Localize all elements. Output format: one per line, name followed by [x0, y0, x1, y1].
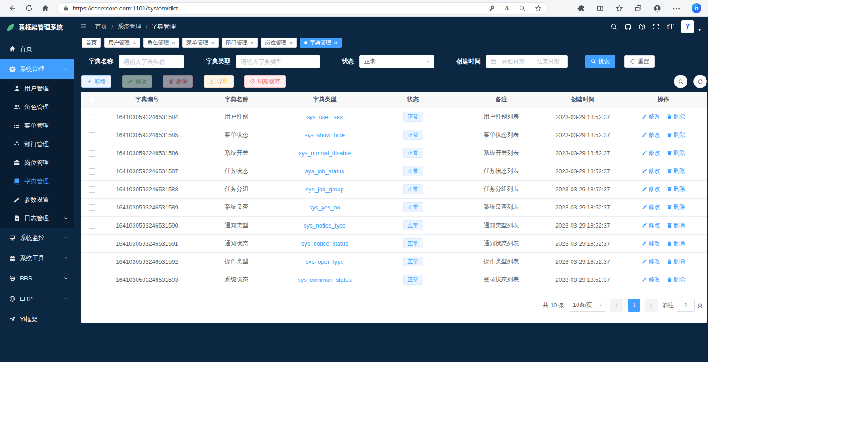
hamburger-icon[interactable] [80, 23, 87, 31]
sidebar-item-system[interactable]: 系统管理 [0, 59, 74, 79]
tab-dept[interactable]: 部门管理× [222, 38, 258, 48]
toggle-search-button[interactable] [674, 75, 687, 88]
edit-link[interactable]: 修改 [642, 203, 660, 211]
row-checkbox[interactable] [89, 132, 95, 138]
delete-button[interactable]: 删除 [163, 75, 193, 88]
zoom-out-icon[interactable] [519, 5, 525, 12]
reload-button[interactable] [21, 1, 37, 15]
lock-icon[interactable] [63, 5, 69, 11]
sidebar-item-yiframe[interactable]: Yi框架 [0, 309, 74, 329]
add-button[interactable]: 新增 [81, 75, 111, 88]
dict-type-link[interactable]: sys_normal_disable [299, 150, 351, 157]
sidebar-item-post[interactable]: 岗位管理 [0, 153, 74, 172]
address-bar[interactable]: https://ccnetcore.com:1101/system/dict A [57, 2, 548, 14]
delete-link[interactable]: 删除 [667, 257, 685, 266]
current-page-button[interactable]: 1 [628, 299, 640, 312]
delete-link[interactable]: 删除 [667, 276, 685, 284]
sidebar-item-log[interactable]: 日志管理 [0, 209, 74, 228]
edit-link[interactable]: 修改 [642, 149, 660, 157]
delete-link[interactable]: 删除 [667, 149, 685, 157]
close-icon[interactable]: × [289, 39, 293, 46]
sidebar-item-menu[interactable]: 菜单管理 [0, 116, 74, 135]
dict-type-link[interactable]: sys_notice_status [301, 240, 348, 247]
sidebar-item-dict[interactable]: 字典管理 [0, 172, 74, 190]
next-page-button[interactable]: › [645, 299, 658, 312]
help-icon[interactable] [639, 23, 646, 30]
row-checkbox[interactable] [89, 168, 95, 175]
edit-link[interactable]: 修改 [642, 113, 660, 121]
github-icon[interactable] [625, 23, 632, 30]
row-checkbox[interactable] [89, 241, 95, 247]
sidebar-item-role[interactable]: 角色管理 [0, 98, 74, 116]
delete-link[interactable]: 删除 [667, 185, 685, 193]
dict-type-link[interactable]: sys_notice_type [304, 222, 346, 229]
dict-name-input[interactable] [119, 55, 184, 68]
edit-link[interactable]: 修改 [642, 257, 660, 266]
delete-link[interactable]: 删除 [667, 167, 685, 175]
row-checkbox[interactable] [89, 114, 95, 120]
tab-user[interactable]: 用户管理× [104, 38, 140, 48]
sidebar-item-dept[interactable]: 部门管理 [0, 135, 74, 153]
select-all-checkbox[interactable] [89, 97, 95, 103]
row-checkbox[interactable] [89, 277, 95, 283]
tab-dict[interactable]: 字典管理× [300, 38, 342, 48]
tab-post[interactable]: 岗位管理× [261, 38, 297, 48]
breadcrumb-item[interactable]: 首页 [95, 23, 107, 31]
extensions-icon[interactable] [577, 5, 585, 12]
font-size-icon[interactable]: tT [667, 23, 674, 30]
search-button[interactable]: 搜索 [585, 55, 615, 68]
status-select[interactable]: 正常 [359, 55, 434, 68]
date-range-input[interactable]: 开始日期 - 结束日期 [486, 55, 568, 68]
sidebar-item-bbs[interactable]: BBS [0, 268, 74, 289]
key-icon[interactable] [488, 5, 495, 12]
edit-link[interactable]: 修改 [642, 221, 660, 229]
row-checkbox[interactable] [89, 223, 95, 229]
edit-link[interactable]: 修改 [642, 185, 660, 193]
dict-type-link[interactable]: sys_oper_type [305, 258, 344, 265]
url-text[interactable]: https://ccnetcore.com:1101/system/dict [73, 5, 484, 12]
sidebar-item-monitor[interactable]: 系统监控 [0, 228, 74, 248]
delete-link[interactable]: 删除 [667, 131, 685, 139]
delete-link[interactable]: 删除 [667, 239, 685, 247]
dict-type-link[interactable]: sys_yes_no [309, 204, 340, 211]
prev-page-button[interactable]: ‹ [610, 299, 623, 312]
edit-link[interactable]: 修改 [642, 276, 660, 284]
add-favorite-icon[interactable] [535, 5, 542, 12]
delete-link[interactable]: 删除 [667, 203, 685, 211]
sidebar-item-tool[interactable]: 系统工具 [0, 248, 74, 268]
edit-link[interactable]: 修改 [642, 239, 660, 247]
bing-icon[interactable]: b [692, 3, 701, 13]
collections-icon[interactable] [634, 5, 642, 12]
search-icon[interactable] [610, 23, 618, 30]
close-icon[interactable]: × [172, 39, 176, 46]
read-aloud-icon[interactable]: A [504, 5, 509, 12]
sidebar-item-user[interactable]: 用户管理 [0, 79, 74, 98]
close-icon[interactable]: × [133, 39, 136, 46]
close-icon[interactable]: × [250, 39, 254, 46]
dict-type-link[interactable]: sys_common_status [298, 276, 352, 283]
dict-type-link[interactable]: sys_user_sex [307, 114, 343, 120]
tab-role[interactable]: 角色管理× [143, 38, 180, 48]
refresh-table-button[interactable] [693, 75, 707, 88]
goto-page-input[interactable] [677, 299, 695, 312]
edit-link[interactable]: 修改 [642, 131, 660, 139]
refresh-cache-button[interactable]: 刷新缓存 [244, 75, 286, 88]
split-screen-icon[interactable] [596, 5, 604, 12]
sidebar-item-config[interactable]: 参数设置 [0, 190, 74, 209]
home-button[interactable] [37, 1, 53, 15]
back-button[interactable] [5, 1, 21, 15]
sidebar-item-home[interactable]: 首页 [0, 38, 74, 59]
edit-link[interactable]: 修改 [642, 167, 660, 175]
sidebar-item-erp[interactable]: ERP [0, 289, 74, 309]
dict-type-link[interactable]: sys_show_hide [305, 132, 345, 138]
profile-icon[interactable] [653, 5, 661, 12]
tab-home[interactable]: 首页 [82, 38, 101, 48]
reset-button[interactable]: 重置 [624, 55, 655, 68]
row-checkbox[interactable] [89, 259, 95, 265]
dict-type-link[interactable]: sys_job_status [305, 168, 344, 175]
export-button[interactable]: 导出 [204, 75, 234, 88]
delete-link[interactable]: 删除 [667, 113, 685, 121]
chevron-down-icon[interactable]: ▾ [698, 28, 701, 32]
edit-button[interactable]: 修改 [122, 75, 152, 88]
more-icon[interactable]: ⋯ [672, 5, 680, 12]
